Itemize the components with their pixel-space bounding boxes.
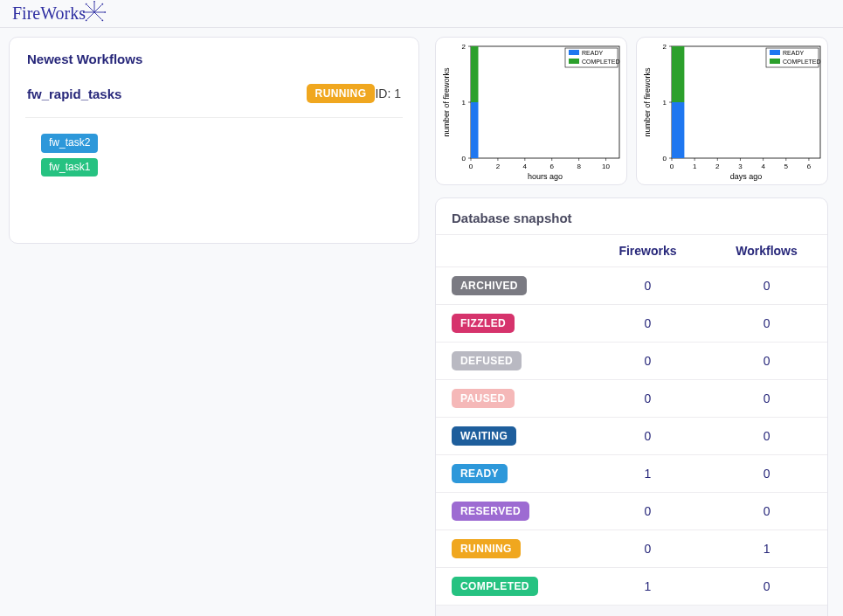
svg-text:2: 2 <box>462 43 466 51</box>
total-fireworks: 2 <box>590 606 706 617</box>
svg-text:0: 0 <box>670 163 674 170</box>
brand-logo[interactable]: FireWorks <box>12 3 105 24</box>
workflows-count[interactable]: 0 <box>706 568 827 606</box>
chart-days: 0123456012days agonumber of fireworksREA… <box>636 37 828 185</box>
workflows-count[interactable]: 0 <box>706 418 827 455</box>
status-badge[interactable]: DEFUSED <box>452 351 522 370</box>
status-badge[interactable]: ARCHIVED <box>452 276 527 295</box>
task-tag[interactable]: fw_task2 <box>41 134 98 153</box>
snapshot-row: WAITING00 <box>436 418 827 455</box>
fireworks-count[interactable]: 0 <box>590 418 706 455</box>
svg-point-3 <box>101 3 103 5</box>
svg-rect-40 <box>569 59 579 64</box>
snapshot-col-blank <box>436 235 590 267</box>
svg-line-2 <box>94 5 101 12</box>
newest-workflows-panel: Newest Workflows fw_rapid_tasks RUNNING … <box>9 37 419 244</box>
svg-text:0: 0 <box>469 163 473 170</box>
svg-text:2: 2 <box>715 163 720 170</box>
status-badge[interactable]: WAITING <box>452 426 516 446</box>
svg-text:4: 4 <box>761 163 765 170</box>
workflow-tasks: fw_task2fw_task1 <box>27 134 401 176</box>
svg-rect-70 <box>770 59 780 64</box>
svg-rect-64 <box>672 46 684 102</box>
workflow-id: ID: 1 <box>375 87 401 100</box>
snapshot-row: PAUSED00 <box>436 380 827 418</box>
divider <box>25 117 403 118</box>
svg-text:10: 10 <box>602 163 610 170</box>
status-badge[interactable]: COMPLETED <box>452 577 538 596</box>
workflow-status-badge: RUNNING <box>307 84 376 103</box>
svg-line-8 <box>87 12 94 19</box>
svg-point-9 <box>86 19 87 21</box>
fireworks-count[interactable]: 1 <box>590 455 706 493</box>
svg-text:COMPLETED: COMPLETED <box>582 59 620 65</box>
snapshot-row: ARCHIVED00 <box>436 267 827 305</box>
svg-rect-34 <box>471 46 479 102</box>
workflows-count[interactable]: 0 <box>706 380 827 418</box>
snapshot-total-row: TOTAL21 <box>436 606 827 617</box>
svg-text:8: 8 <box>577 163 581 170</box>
fireworks-count[interactable]: 0 <box>590 493 706 530</box>
chart-hours-svg: 0246810012hours agonumber of fireworksRE… <box>439 41 625 183</box>
fireworks-count[interactable]: 0 <box>590 305 706 343</box>
workflows-count[interactable]: 0 <box>706 305 827 343</box>
status-badge[interactable]: FIZZLED <box>452 314 515 333</box>
svg-text:READY: READY <box>783 50 804 56</box>
firework-icon <box>82 0 107 24</box>
status-badge[interactable]: READY <box>452 464 508 483</box>
svg-rect-33 <box>471 102 479 158</box>
svg-text:0: 0 <box>462 155 466 163</box>
svg-text:6: 6 <box>550 163 555 170</box>
fireworks-count[interactable]: 0 <box>590 380 706 418</box>
svg-text:1: 1 <box>663 99 667 107</box>
workflows-count[interactable]: 1 <box>706 530 827 568</box>
snapshot-col-workflows: Workflows <box>706 235 827 267</box>
snapshot-row: COMPLETED10 <box>436 568 827 606</box>
newest-workflows-title: Newest Workflows <box>27 52 401 66</box>
svg-text:2: 2 <box>496 163 501 170</box>
charts-row: 0246810012hours agonumber of fireworksRE… <box>435 37 828 185</box>
svg-point-1 <box>93 1 95 3</box>
svg-point-11 <box>83 11 85 13</box>
workflows-count[interactable]: 0 <box>706 343 827 380</box>
total-workflows: 1 <box>706 606 827 617</box>
svg-rect-63 <box>672 102 684 158</box>
fireworks-count[interactable]: 0 <box>590 530 706 568</box>
svg-text:hours ago: hours ago <box>528 172 563 181</box>
svg-text:3: 3 <box>738 163 743 170</box>
svg-point-13 <box>86 3 87 5</box>
svg-rect-68 <box>770 50 780 55</box>
workflow-row[interactable]: fw_rapid_tasks RUNNING ID: 1 <box>27 79 401 108</box>
svg-text:6: 6 <box>807 163 812 170</box>
snapshot-row: READY10 <box>436 455 827 493</box>
fireworks-count[interactable]: 0 <box>590 343 706 380</box>
snapshot-row: FIZZLED00 <box>436 305 827 343</box>
workflows-count[interactable]: 0 <box>706 493 827 530</box>
svg-point-7 <box>101 19 103 21</box>
workflow-name: fw_rapid_tasks <box>27 87 272 101</box>
snapshot-header-row: Fireworks Workflows <box>436 235 827 267</box>
status-badge[interactable]: RUNNING <box>452 539 521 558</box>
fireworks-count[interactable]: 0 <box>590 267 706 305</box>
snapshot-col-fireworks: Fireworks <box>590 235 706 267</box>
status-badge[interactable]: PAUSED <box>452 389 515 408</box>
app-header: FireWorks <box>0 0 843 28</box>
workflows-count[interactable]: 0 <box>706 455 827 493</box>
snapshot-row: DEFUSED00 <box>436 343 827 380</box>
svg-line-12 <box>87 5 94 12</box>
task-tag[interactable]: fw_task1 <box>41 158 98 177</box>
svg-text:READY: READY <box>582 50 603 56</box>
svg-text:2: 2 <box>663 43 667 51</box>
chart-hours: 0246810012hours agonumber of fireworksRE… <box>435 37 627 185</box>
svg-text:1: 1 <box>462 99 466 107</box>
total-label: TOTAL <box>436 606 590 617</box>
snapshot-row: RUNNING01 <box>436 530 827 568</box>
database-snapshot-panel: Database snapshot Fireworks Workflows AR… <box>435 197 828 616</box>
workflows-count[interactable]: 0 <box>706 267 827 305</box>
snapshot-row: RESERVED00 <box>436 493 827 530</box>
svg-point-5 <box>104 11 106 13</box>
status-badge[interactable]: RESERVED <box>452 502 529 521</box>
svg-text:days ago: days ago <box>730 172 763 181</box>
chart-days-svg: 0123456012days agonumber of fireworksREA… <box>640 41 826 183</box>
fireworks-count[interactable]: 1 <box>590 568 706 606</box>
